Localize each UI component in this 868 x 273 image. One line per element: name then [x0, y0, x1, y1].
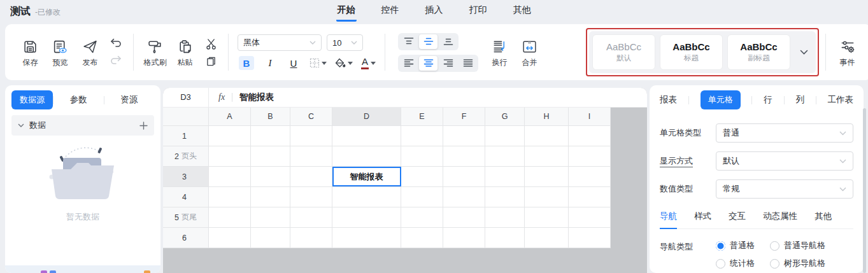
display-mode-select[interactable]: 默认: [716, 151, 853, 171]
font-size-select[interactable]: 10: [327, 34, 363, 51]
merge-cells-button[interactable]: 合并: [515, 39, 544, 66]
border-picker[interactable]: [309, 58, 327, 68]
grid-cell[interactable]: [251, 228, 290, 248]
grid-cell[interactable]: [290, 228, 332, 248]
grid-cell[interactable]: [332, 126, 401, 146]
grid-cell[interactable]: [251, 126, 290, 146]
tab-cell[interactable]: 单元格: [701, 90, 741, 109]
grid-cell[interactable]: [209, 228, 251, 248]
grid-cell[interactable]: [332, 187, 401, 207]
style-card-default[interactable]: AaBbCc 默认: [592, 34, 655, 70]
selected-cell-d3[interactable]: 智能报表: [332, 167, 401, 186]
grid-cell[interactable]: [401, 228, 443, 248]
grid-cell[interactable]: [525, 126, 569, 146]
grid-cell[interactable]: [251, 167, 290, 186]
valign-top-button[interactable]: [399, 34, 418, 49]
select-all-corner[interactable]: [163, 108, 209, 125]
grid-cell[interactable]: [485, 228, 525, 248]
font-family-select[interactable]: 黑体: [238, 34, 322, 51]
copy-icon[interactable]: [206, 56, 217, 67]
column-header-selected[interactable]: D: [332, 108, 401, 125]
font-color-picker[interactable]: A: [361, 57, 376, 69]
subtab-other[interactable]: 其他: [815, 211, 832, 222]
grid-cell[interactable]: [569, 228, 611, 248]
fx-icon[interactable]: fx: [218, 92, 225, 102]
style-card-title[interactable]: AaBbCc 标题: [660, 34, 723, 70]
value-type-select[interactable]: 常规: [716, 179, 853, 199]
grid-cell[interactable]: [401, 126, 443, 146]
grid-cell[interactable]: [443, 187, 485, 207]
halign-left-button[interactable]: [399, 56, 418, 71]
tab-print[interactable]: 打印: [468, 4, 488, 22]
grid-cell[interactable]: [209, 167, 251, 186]
tab-report[interactable]: 报表: [660, 94, 677, 106]
subtab-style[interactable]: 样式: [694, 211, 711, 222]
grid-cell[interactable]: [485, 167, 525, 186]
data-section-header[interactable]: 数据: [11, 115, 154, 136]
panel-scrollbar[interactable]: [863, 108, 866, 273]
tab-column[interactable]: 列: [795, 94, 804, 106]
grid-cell[interactable]: [525, 187, 569, 207]
grid-cell[interactable]: [332, 228, 401, 248]
column-header[interactable]: B: [251, 108, 290, 125]
radio-tree-nav-cell[interactable]: 树形导航格: [770, 258, 825, 269]
grid-cell[interactable]: [525, 207, 569, 227]
row-header[interactable]: 5页尾: [163, 207, 209, 227]
grid-cell[interactable]: [401, 207, 443, 227]
tab-insert[interactable]: 插入: [424, 4, 445, 22]
tab-widgets[interactable]: 控件: [380, 4, 401, 22]
tab-datasource[interactable]: 数据源: [11, 90, 53, 109]
grid-cell[interactable]: [290, 187, 332, 207]
grid-cell[interactable]: [401, 187, 443, 207]
cut-icon[interactable]: [205, 38, 217, 50]
row-header[interactable]: 4: [163, 187, 209, 207]
events-button[interactable]: 事件: [832, 38, 862, 66]
row-header[interactable]: 6: [163, 228, 209, 248]
grid-cell[interactable]: [569, 207, 611, 227]
subtab-navigation[interactable]: 导航: [660, 211, 677, 222]
italic-button[interactable]: I: [262, 56, 278, 70]
publish-button[interactable]: 发布: [75, 39, 105, 66]
grid-cell[interactable]: [525, 228, 569, 248]
column-header[interactable]: E: [401, 108, 443, 125]
style-card-subtitle[interactable]: AaBbCc 副标题: [727, 34, 790, 70]
radio-normal-cell[interactable]: 普通格: [716, 240, 755, 251]
grid-cell[interactable]: [525, 146, 569, 166]
grid-cell[interactable]: [443, 146, 485, 166]
grid-cell[interactable]: [209, 207, 251, 227]
grid-cell[interactable]: [401, 146, 443, 166]
halign-center-button[interactable]: [419, 56, 438, 71]
row-header-selected[interactable]: 3: [163, 167, 209, 186]
grid-cell[interactable]: [401, 167, 443, 186]
grid-cell[interactable]: [290, 126, 332, 146]
format-painter-button[interactable]: 格式刷: [140, 39, 170, 66]
bold-button[interactable]: B: [239, 56, 254, 70]
valign-middle-button[interactable]: [419, 34, 438, 49]
grid-cell[interactable]: [251, 146, 290, 166]
tab-parameters[interactable]: 参数: [53, 94, 104, 106]
column-header[interactable]: A: [209, 108, 251, 125]
grid-cell[interactable]: [485, 187, 525, 207]
undo-icon[interactable]: [110, 38, 122, 49]
wrap-text-button[interactable]: 换行: [485, 39, 515, 66]
valign-bottom-button[interactable]: [439, 34, 457, 49]
grid-cell[interactable]: [290, 146, 332, 166]
grid-cell[interactable]: [569, 126, 611, 146]
tab-resources[interactable]: 资源: [104, 94, 155, 106]
tab-worksheet[interactable]: 工作表: [828, 94, 854, 106]
grid-cell[interactable]: [209, 187, 251, 207]
radio-stat-cell[interactable]: 统计格: [716, 258, 755, 269]
subtab-interaction[interactable]: 交互: [729, 211, 746, 222]
grid-cell[interactable]: [485, 207, 525, 227]
grid-cell[interactable]: [443, 228, 485, 248]
grid-cell[interactable]: [485, 146, 525, 166]
grid-cell[interactable]: [443, 207, 485, 227]
grid-cell[interactable]: [485, 126, 525, 146]
row-header[interactable]: 1: [163, 126, 209, 146]
paste-button[interactable]: 粘贴: [170, 39, 200, 66]
grid-cell[interactable]: [290, 167, 332, 186]
grid-cell[interactable]: [569, 187, 611, 207]
redo-icon[interactable]: [110, 55, 122, 66]
row-header[interactable]: 2页头: [163, 146, 209, 166]
preview-button[interactable]: 预览: [45, 39, 75, 66]
